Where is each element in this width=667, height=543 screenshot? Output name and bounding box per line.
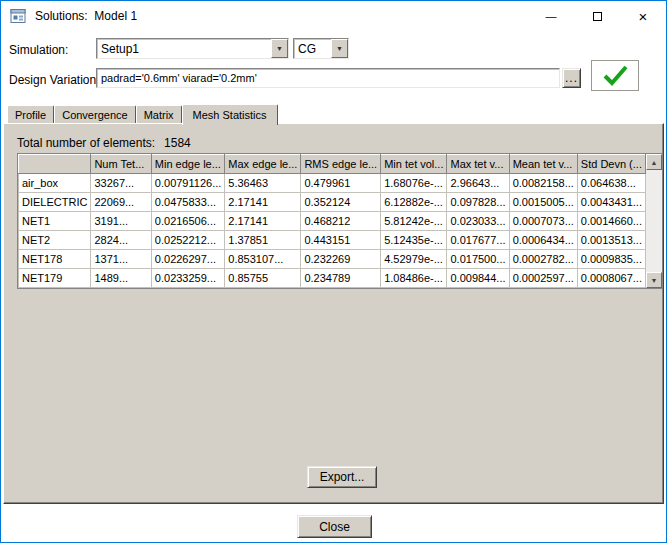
table-row[interactable]: NET1791489...0.0233259...0.857550.234789… xyxy=(19,269,646,288)
column-header[interactable]: Min tet vol... xyxy=(381,155,447,174)
table-cell: 0.0216506... xyxy=(151,212,224,231)
valid-check-icon xyxy=(600,64,630,88)
table-cell: 2824... xyxy=(91,231,151,250)
column-header[interactable]: Max tet v... xyxy=(447,155,509,174)
total-elements-value: 1584 xyxy=(164,136,191,150)
table-cell: 0.097828... xyxy=(447,193,509,212)
minimize-button[interactable]: — xyxy=(528,1,574,31)
chevron-down-icon[interactable]: ▼ xyxy=(331,39,348,58)
total-elements-label: Total number of elements: xyxy=(17,136,155,150)
solutions-dialog: Solutions: Model 1 — × Simulation: Setup… xyxy=(0,0,667,543)
table-cell: 1.68076e-... xyxy=(381,174,447,193)
mesh-statistics-page: Total number of elements:1584 Num Tet...… xyxy=(3,123,664,504)
minimize-icon: — xyxy=(546,10,557,22)
scroll-up-icon[interactable]: ▲ xyxy=(646,154,662,170)
table-cell: 0.234789 xyxy=(301,269,381,288)
table-cell: 0.0008067... xyxy=(577,269,645,288)
row-label-cell: NET179 xyxy=(19,269,91,288)
column-header[interactable]: Std Devn (... xyxy=(577,155,645,174)
table-header-row: Num Tet... Min edge le... Max edge le...… xyxy=(19,155,646,174)
simulation-label: Simulation: xyxy=(9,43,68,57)
tab-strip: Profile Convergence Matrix Mesh Statisti… xyxy=(7,103,278,123)
window-title: Solutions: Model 1 xyxy=(35,9,137,23)
row-label-cell: NET178 xyxy=(19,250,91,269)
table-cell: 1.08486e-... xyxy=(381,269,447,288)
table-row[interactable]: NET13191...0.0216506...2.171410.4682125.… xyxy=(19,212,646,231)
close-icon: × xyxy=(639,9,648,24)
close-button[interactable]: Close xyxy=(297,515,372,538)
validation-button[interactable] xyxy=(591,60,639,91)
table-cell: 1.37851 xyxy=(225,231,301,250)
table-cell: 0.0015005... xyxy=(509,193,577,212)
design-variation-label: Design Variation: xyxy=(9,73,100,87)
table-cell: 0.023033... xyxy=(447,212,509,231)
table-cell: 0.017500... xyxy=(447,250,509,269)
mesh-table-body: air_box33267...0.00791126...5.364630.479… xyxy=(19,174,646,288)
column-header[interactable]: Num Tet... xyxy=(91,155,151,174)
table-cell: 0.0252212... xyxy=(151,231,224,250)
row-label-cell: NET2 xyxy=(19,231,91,250)
table-cell: 1489... xyxy=(91,269,151,288)
maximize-button[interactable] xyxy=(574,1,620,31)
table-cell: 0.0475833... xyxy=(151,193,224,212)
design-variation-field[interactable]: padrad='0.6mm' viarad='0.2mm' xyxy=(96,68,560,88)
chevron-down-icon[interactable]: ▼ xyxy=(271,39,288,58)
table-cell: 5.36463 xyxy=(225,174,301,193)
tab-mesh-statistics[interactable]: Mesh Statistics xyxy=(182,104,278,125)
table-cell: 0.0006434... xyxy=(509,231,577,250)
table-cell: 0.352124 xyxy=(301,193,381,212)
column-header[interactable]: RMS edge le... xyxy=(301,155,381,174)
table-row[interactable]: NET1781371...0.0226297...0.853107...0.23… xyxy=(19,250,646,269)
table-cell: 0.0013513... xyxy=(577,231,645,250)
row-label-cell: NET1 xyxy=(19,212,91,231)
table-row[interactable]: air_box33267...0.00791126...5.364630.479… xyxy=(19,174,646,193)
column-header[interactable]: Mean tet v... xyxy=(509,155,577,174)
tab-matrix[interactable]: Matrix xyxy=(136,105,182,123)
table-cell: 0.0226297... xyxy=(151,250,224,269)
table-cell: 6.12882e-... xyxy=(381,193,447,212)
table-cell: 5.81242e-... xyxy=(381,212,447,231)
table-cell: 22069... xyxy=(91,193,151,212)
row-label-cell: air_box xyxy=(19,174,91,193)
export-button[interactable]: Export... xyxy=(307,466,377,488)
table-cell: 0.0002597... xyxy=(509,269,577,288)
table-cell: 0.0014660... xyxy=(577,212,645,231)
solution-type-select[interactable]: CG ▼ xyxy=(293,38,349,59)
table-cell: 2.96643... xyxy=(447,174,509,193)
table-cell: 4.52979e-... xyxy=(381,250,447,269)
table-cell: 0.443151 xyxy=(301,231,381,250)
table-cell: 0.0002782... xyxy=(509,250,577,269)
table-cell: 1371... xyxy=(91,250,151,269)
title-bar: Solutions: Model 1 — × xyxy=(1,1,666,31)
table-cell: 0.017677... xyxy=(447,231,509,250)
row-label-cell: DIELECTRIC xyxy=(19,193,91,212)
tab-convergence[interactable]: Convergence xyxy=(54,105,135,123)
total-elements-line: Total number of elements:1584 xyxy=(17,136,191,150)
column-header[interactable]: Min edge le... xyxy=(151,155,224,174)
table-cell: 0.009844... xyxy=(447,269,509,288)
table-scrollbar[interactable]: ▲ ▼ xyxy=(646,154,662,288)
mesh-statistics-table: Num Tet... Min edge le... Max edge le...… xyxy=(17,153,663,289)
table-cell: 5.12435e-... xyxy=(381,231,447,250)
window-controls: — × xyxy=(528,1,666,31)
table-row[interactable]: NET22824...0.0252212...1.378510.4431515.… xyxy=(19,231,646,250)
table-cell: 2.17141 xyxy=(225,212,301,231)
column-header[interactable] xyxy=(19,155,91,174)
table-cell: 0.00791126... xyxy=(151,174,224,193)
simulation-select[interactable]: Setup1 ▼ xyxy=(96,38,289,59)
close-window-button[interactable]: × xyxy=(620,1,666,31)
table-cell: 0.0009835... xyxy=(577,250,645,269)
browse-button[interactable]: ... xyxy=(562,68,581,88)
table-cell: 33267... xyxy=(91,174,151,193)
tab-profile[interactable]: Profile xyxy=(7,105,54,123)
simulation-value: Setup1 xyxy=(97,39,271,58)
scroll-down-icon[interactable]: ▼ xyxy=(646,272,662,288)
column-header[interactable]: Max edge le... xyxy=(225,155,301,174)
table-cell: 0.0082158... xyxy=(509,174,577,193)
table-cell: 2.17141 xyxy=(225,193,301,212)
table-cell: 0.479961 xyxy=(301,174,381,193)
table-row[interactable]: DIELECTRIC22069...0.0475833...2.171410.3… xyxy=(19,193,646,212)
table-cell: 0.468212 xyxy=(301,212,381,231)
table-cell: 0.0043431... xyxy=(577,193,645,212)
table-cell: 0.0233259... xyxy=(151,269,224,288)
